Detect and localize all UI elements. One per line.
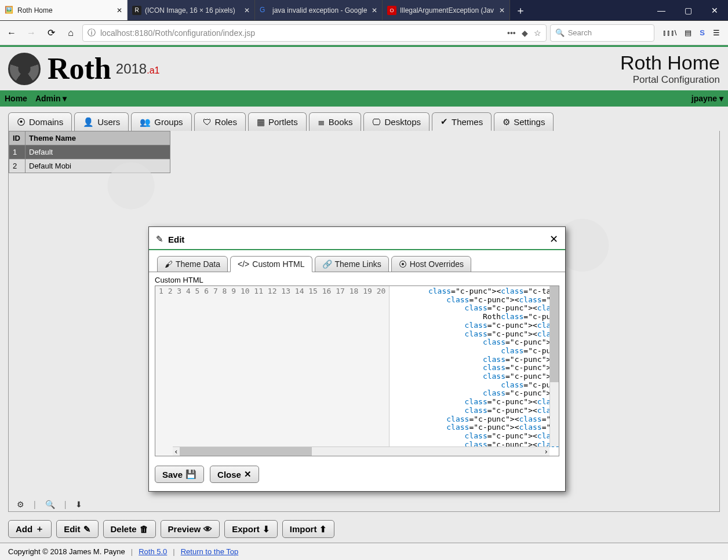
page-footer: Copyright © 2018 James M. Payne | Roth 5… — [0, 543, 728, 560]
download-icon[interactable]: ⬇ — [75, 500, 82, 509]
horizontal-scrollbar[interactable] — [173, 446, 549, 456]
stylish-icon[interactable]: S — [700, 28, 705, 37]
user-menu[interactable]: jpayne ▾ — [691, 94, 723, 103]
table-row[interactable]: 2 Default Mobi — [9, 159, 170, 173]
tab-themes[interactable]: ✔Themes — [432, 112, 492, 131]
save-button[interactable]: Save💾 — [155, 466, 204, 483]
tab-roles[interactable]: 🛡Roles — [194, 112, 246, 131]
tab-domains[interactable]: ⦿Domains — [8, 112, 72, 131]
page-icon: R — [132, 6, 141, 15]
tab-portlets[interactable]: ▦Portlets — [248, 112, 307, 131]
cell-name: Default — [26, 145, 170, 159]
tab-theme-data[interactable]: 🖌Theme Data — [157, 256, 228, 272]
export-button[interactable]: Export⬇ — [224, 520, 278, 538]
edit-dialog: ✎ Edit ✕ 🖌Theme Data </>Custom HTML 🔗The… — [148, 226, 566, 492]
users-icon: 👥 — [140, 117, 151, 127]
logo-text: Roth — [48, 52, 111, 86]
admin-tab-strip: ⦿Domains 👤Users 👥Groups 🛡Roles ▦Portlets… — [0, 107, 728, 131]
browser-tab[interactable]: R (ICON Image, 16 × 16 pixels) ✕ — [128, 0, 255, 20]
tab-groups[interactable]: 👥Groups — [131, 112, 191, 131]
page-header: Roth 2018.a1 Roth Home Portal Configurat… — [0, 47, 728, 90]
reload-button[interactable]: ⟳ — [43, 25, 59, 41]
more-icon[interactable]: ••• — [507, 28, 516, 38]
code-content[interactable]: class="c-punc"><class="c-tag">div class=… — [390, 286, 559, 456]
roth-link[interactable]: Roth 5.0 — [139, 547, 167, 556]
browser-tab[interactable]: O IllegalArgumentException (Jav ✕ — [383, 0, 510, 20]
page-content: Roth 2018.a1 Roth Home Portal Configurat… — [0, 45, 728, 543]
maximize-button[interactable]: ▢ — [675, 0, 701, 20]
browser-tab[interactable]: G java invalid exception - Google ✕ — [255, 0, 383, 20]
tab-desktops[interactable]: 🖵Desktops — [363, 112, 429, 131]
library-icon[interactable]: ⫿⫿⫿\ — [663, 28, 677, 37]
menu-admin[interactable]: Admin ▾ — [35, 94, 67, 103]
plus-icon: ＋ — [35, 524, 44, 535]
tab-theme-links[interactable]: 🔗Theme Links — [315, 256, 389, 272]
save-icon: 💾 — [185, 469, 196, 480]
info-icon[interactable]: ⓘ — [88, 28, 96, 38]
browser-tab-active[interactable]: 🖼️ Roth Home ✕ — [0, 0, 128, 20]
tab-custom-html[interactable]: </>Custom HTML — [230, 256, 312, 272]
search-bar[interactable]: 🔍 Search — [550, 24, 654, 42]
shield-icon: 🛡 — [203, 117, 212, 127]
minimize-button[interactable]: — — [648, 0, 675, 20]
cell-name: Default Mobi — [26, 159, 170, 173]
browser-toolbar: ← → ⟳ ⌂ ⓘ localhost:8180/Roth/configurat… — [0, 21, 728, 45]
logo-year: 2018.a1 — [116, 61, 160, 77]
close-icon: ✕ — [244, 469, 252, 480]
forward-button[interactable]: → — [23, 25, 39, 41]
logo-gear-icon — [8, 53, 41, 85]
dialog-title: Edit — [168, 235, 184, 244]
import-button[interactable]: Import⬆ — [282, 520, 335, 538]
gear-icon[interactable]: ⚙ — [17, 500, 24, 509]
dialog-header: ✎ Edit ✕ — [149, 227, 565, 250]
bookmark-icon[interactable]: ☆ — [534, 28, 541, 38]
sidebar-icon[interactable]: ▤ — [685, 28, 691, 37]
preview-button[interactable]: Preview👁 — [161, 520, 220, 538]
check-icon: ✔ — [441, 116, 448, 127]
upload-icon: ⬆ — [319, 524, 327, 535]
add-button[interactable]: Add＋ — [8, 520, 52, 538]
table-row[interactable]: 1 Default — [9, 145, 170, 159]
trash-icon: 🗑 — [140, 524, 148, 534]
close-button[interactable]: Close✕ — [210, 466, 259, 483]
reader-icon[interactable]: ◆ — [522, 28, 528, 38]
new-tab-button[interactable]: ＋ — [510, 0, 531, 20]
globe-icon: ⦿ — [17, 117, 26, 127]
close-icon[interactable]: ✕ — [499, 6, 505, 14]
close-icon[interactable]: ✕ — [549, 233, 558, 246]
vertical-scrollbar[interactable] — [549, 286, 559, 446]
globe-icon: ⦿ — [399, 259, 407, 269]
home-button[interactable]: ⌂ — [63, 25, 79, 41]
col-name[interactable]: Theme Name — [26, 131, 170, 145]
close-icon[interactable]: ✕ — [117, 6, 122, 14]
edit-button[interactable]: Edit✎ — [56, 520, 98, 538]
browser-titlebar: 🖼️ Roth Home ✕ R (ICON Image, 16 × 16 pi… — [0, 0, 728, 21]
field-label: Custom HTML — [149, 272, 565, 286]
tab-label: (ICON Image, 16 × 16 pixels) — [145, 6, 241, 14]
close-window-button[interactable]: ✕ — [701, 0, 728, 20]
main-menu-bar: Home Admin ▾ jpayne ▾ — [0, 90, 728, 107]
line-gutter: 1 2 3 4 5 6 7 8 9 10 11 12 13 14 15 16 1… — [155, 286, 390, 456]
code-editor[interactable]: 1 2 3 4 5 6 7 8 9 10 11 12 13 14 15 16 1… — [155, 286, 559, 456]
menu-icon[interactable]: ☰ — [713, 28, 720, 37]
dialog-tab-strip: 🖌Theme Data </>Custom HTML 🔗Theme Links … — [149, 250, 565, 272]
search-icon[interactable]: 🔍 — [45, 500, 55, 509]
copyright-text: Copyright © 2018 James M. Payne — [8, 547, 125, 556]
return-top-link[interactable]: Return to the Top — [181, 547, 239, 556]
tab-settings[interactable]: ⚙Settings — [494, 112, 554, 131]
col-id[interactable]: ID — [9, 131, 26, 145]
gear-icon: ⚙ — [503, 117, 510, 127]
close-icon[interactable]: ✕ — [372, 6, 377, 14]
eye-icon: 👁 — [203, 524, 212, 534]
tab-host-overrides[interactable]: ⦿Host Overrides — [391, 256, 471, 272]
close-icon[interactable]: ✕ — [244, 6, 250, 14]
user-icon: 👤 — [83, 117, 94, 127]
tab-users[interactable]: 👤Users — [74, 112, 129, 131]
delete-button[interactable]: Delete🗑 — [103, 520, 156, 538]
url-bar[interactable]: ⓘ localhost:8180/Roth/configuration/inde… — [82, 24, 547, 42]
tab-books[interactable]: ≣Books — [309, 112, 362, 131]
menu-home[interactable]: Home — [5, 94, 27, 103]
back-button[interactable]: ← — [3, 25, 20, 41]
google-icon: G — [260, 6, 269, 15]
link-icon: 🔗 — [322, 259, 332, 269]
